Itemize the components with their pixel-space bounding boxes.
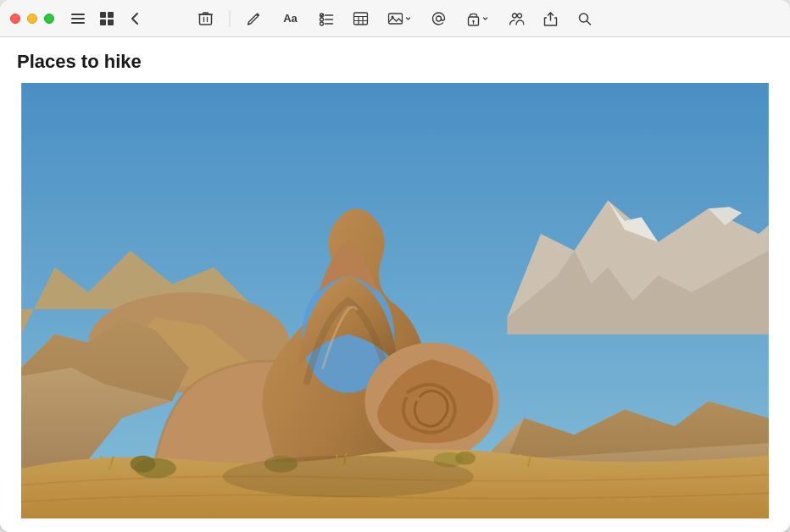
maximize-button[interactable] [44,14,54,24]
svg-rect-0 [71,14,85,15]
grid-view-button[interactable] [97,8,117,29]
minimize-button[interactable] [27,14,37,24]
checklist-button[interactable] [317,8,337,29]
svg-point-25 [513,14,517,18]
search-button[interactable] [575,8,595,29]
titlebar: Aa [0,0,790,37]
svg-rect-1 [71,18,85,19]
mention-button[interactable] [429,8,449,29]
close-button[interactable] [10,14,20,24]
media-button[interactable] [385,8,415,29]
svg-rect-4 [108,12,114,18]
svg-point-26 [518,14,522,18]
svg-point-55 [222,456,474,497]
svg-point-10 [320,18,324,21]
delete-button[interactable] [196,8,216,29]
lock-button[interactable] [463,8,493,29]
back-button[interactable] [125,8,146,29]
table-button[interactable] [351,8,371,29]
list-view-button[interactable] [68,8,88,29]
note-image-container [17,83,773,518]
notes-window: Aa [0,0,790,532]
format-button[interactable]: Aa [278,8,303,29]
svg-rect-3 [100,12,106,18]
svg-rect-7 [200,14,212,25]
svg-point-12 [320,22,324,25]
share-button[interactable] [541,8,561,29]
toolbar-divider-1 [230,10,231,27]
compose-button[interactable] [244,8,264,29]
collaborate-button[interactable] [507,8,527,29]
svg-rect-14 [354,13,368,25]
svg-rect-5 [100,19,106,25]
svg-rect-2 [71,22,85,24]
toolbar-center: Aa [196,8,595,29]
note-title: Places to hike [17,51,773,73]
svg-rect-6 [108,19,114,25]
svg-rect-19 [389,14,403,24]
traffic-lights [10,14,54,24]
note-image [17,83,773,518]
svg-point-21 [437,16,442,21]
svg-point-47 [455,452,476,465]
svg-point-44 [131,456,156,473]
note-content: Places to hike [0,37,790,532]
svg-line-28 [587,21,591,25]
toolbar-left [68,8,146,29]
